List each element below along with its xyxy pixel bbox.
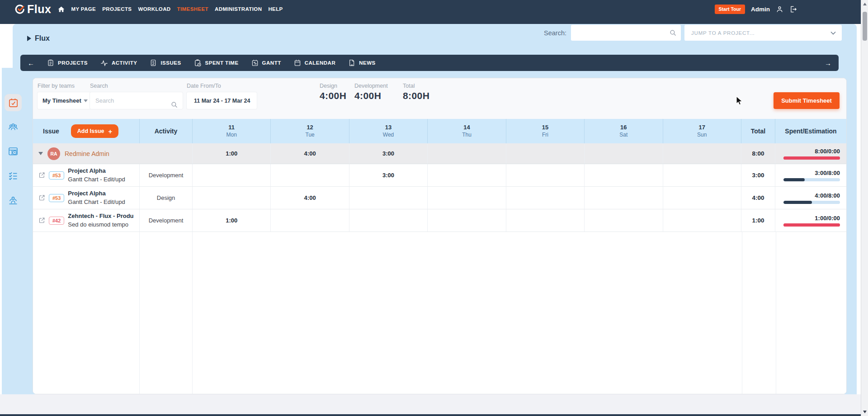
home-icon[interactable] — [58, 6, 65, 13]
timesheet-cell[interactable] — [506, 187, 584, 209]
sidebar-item-meeting[interactable] — [5, 192, 22, 209]
timesheet-cell[interactable] — [427, 164, 505, 186]
scrollbar-down-icon[interactable] — [863, 411, 867, 413]
row-total: 3:00 — [741, 164, 775, 186]
column-divider — [742, 232, 742, 394]
timesheet-cell[interactable] — [663, 209, 741, 232]
flux-logo[interactable]: Flux — [14, 3, 51, 16]
external-link-icon[interactable] — [38, 217, 45, 224]
issue-project-link[interactable]: Project Alpha — [68, 189, 125, 198]
issue-column-header: Issue Add Issue + — [33, 119, 139, 143]
breadcrumb[interactable]: Flux — [27, 34, 50, 43]
user-icon[interactable] — [776, 5, 783, 13]
subnav-scroll-right-icon[interactable]: → — [825, 60, 831, 66]
start-tour-button[interactable]: Start Tour — [715, 5, 745, 14]
sidebar-item-timesheet[interactable] — [5, 94, 22, 111]
issue-row: #53 Project Alpha Gantt Chart - Edit/upd… — [33, 187, 846, 209]
subnav-item-spent-time[interactable]: SPENT TIME — [194, 59, 239, 67]
issue-search-input[interactable] — [90, 92, 183, 109]
day-column-header: 13Wed — [349, 119, 427, 143]
day-column-header: 11Mon — [192, 119, 270, 143]
timesheet-cell[interactable] — [270, 164, 349, 186]
group-user-name[interactable]: Redmine Admin — [65, 150, 109, 157]
timesheet-cell[interactable] — [663, 187, 741, 209]
stat-development-label: Development — [354, 83, 388, 89]
timesheet-cell[interactable] — [506, 209, 584, 232]
navbar-underlay — [0, 18, 861, 24]
search-icon[interactable] — [170, 101, 178, 110]
calendar-icon — [294, 59, 301, 66]
issue-project-link[interactable]: Zehntech - Flux - Produ — [68, 212, 133, 221]
nav-item-administration[interactable]: ADMINISTRATION — [215, 6, 262, 12]
progress-bar — [783, 223, 840, 227]
nav-item-workload[interactable]: WORKLOAD — [138, 6, 170, 12]
breadcrumb-label: Flux — [35, 34, 50, 43]
subnav-item-activity[interactable]: ACTIVITY — [100, 59, 137, 67]
logo-circle-check-icon — [14, 4, 25, 14]
issue-id-badge[interactable]: #53 — [49, 194, 64, 202]
external-link-icon[interactable] — [38, 194, 45, 201]
nav-item-projects[interactable]: PROJECTS — [102, 6, 132, 12]
day-column-header: 15Fri — [506, 119, 584, 143]
subnav-item-projects[interactable]: PROJECTS — [47, 59, 88, 66]
timesheet-cell[interactable] — [270, 209, 349, 232]
row-total: 1:00 — [741, 209, 775, 232]
user-group-row: RA Redmine Admin 1:00 4:00 3:00 8:00 8:0… — [33, 143, 846, 164]
timesheet-cell[interactable] — [506, 164, 584, 186]
nav-item-my-page[interactable]: MY PAGE — [71, 6, 96, 12]
spent-column-header: Spent/Estimation — [775, 119, 846, 143]
subnav-item-news[interactable]: NEWS — [348, 59, 376, 66]
timesheet-cell[interactable] — [427, 209, 505, 232]
admin-menu[interactable]: Admin — [751, 6, 770, 13]
collapse-chevron-icon[interactable] — [38, 152, 43, 155]
sidebar-item-teams[interactable] — [5, 118, 22, 136]
spent-estimation-cell: 8:00/0:00 — [775, 143, 846, 164]
avatar: RA — [47, 147, 60, 160]
subnav-scroll-left-icon[interactable]: ← — [28, 60, 34, 66]
sidebar-item-checklist[interactable] — [5, 167, 22, 184]
progress-bar-fill — [783, 178, 805, 181]
sidebar-item-workload-board[interactable] — [5, 143, 22, 160]
scrollbar-thumb[interactable] — [863, 12, 867, 41]
external-link-icon[interactable] — [38, 172, 45, 179]
jump-to-project-select[interactable]: JUMP TO A PROJECT... — [684, 25, 842, 41]
subnav-item-issues[interactable]: ISSUES — [150, 59, 181, 66]
activity-header-label: Activity — [155, 128, 178, 135]
timesheet-cell[interactable] — [584, 209, 662, 232]
date-range-picker[interactable]: 11 Mar 24 - 17 Mar 24 — [187, 92, 257, 109]
search-icon[interactable] — [669, 29, 677, 38]
timesheet-cell[interactable] — [349, 209, 427, 232]
timesheet-cell[interactable] — [192, 164, 270, 186]
timesheet-cell[interactable]: 1:00 — [192, 209, 270, 232]
timesheet-cell[interactable] — [584, 164, 662, 186]
subnav-label: CALENDAR — [305, 60, 336, 66]
project-subnav: ← PROJECTS ACTIVITY ISSUES SPENT TIME GA… — [20, 55, 839, 71]
issue-project-link[interactable]: Project Alpha — [68, 167, 125, 175]
timesheet-cell[interactable]: 4:00 — [270, 187, 349, 209]
timesheet-cell[interactable]: 3:00 — [349, 164, 427, 186]
issue-id-badge[interactable]: #42 — [49, 217, 64, 225]
subnav-item-gantt[interactable]: GANTT — [251, 59, 281, 66]
team-filter-select[interactable]: My Timesheet — [38, 92, 93, 109]
timesheet-cell[interactable] — [427, 187, 505, 209]
global-search-input[interactable] — [571, 25, 681, 41]
add-issue-button[interactable]: Add Issue + — [71, 124, 119, 138]
timesheet-cell[interactable] — [192, 187, 270, 209]
nav-item-help[interactable]: HELP — [268, 6, 283, 12]
issue-text: Project Alpha Gantt Chart - Edit/upd — [68, 167, 125, 184]
issue-id-badge[interactable]: #53 — [49, 171, 64, 180]
subnav-item-calendar[interactable]: CALENDAR — [294, 59, 336, 66]
submit-timesheet-button[interactable]: Submit Timesheet — [774, 92, 840, 109]
stat-design-value: 4:00H — [320, 90, 346, 101]
activity-cell: Development — [139, 164, 192, 186]
stat-design: Design 4:00H — [320, 83, 346, 101]
timesheet-cell[interactable] — [349, 187, 427, 209]
scrollbar-up-icon[interactable] — [863, 3, 867, 5]
timesheet-cell[interactable] — [663, 164, 741, 186]
nav-item-timesheet[interactable]: TIMESHEET — [177, 6, 208, 12]
timesheet-cell[interactable] — [584, 187, 662, 209]
logout-icon[interactable] — [789, 5, 797, 13]
timesheet-cell — [427, 143, 505, 164]
left-sidebar — [5, 94, 22, 209]
search-label: Search: — [544, 29, 566, 37]
